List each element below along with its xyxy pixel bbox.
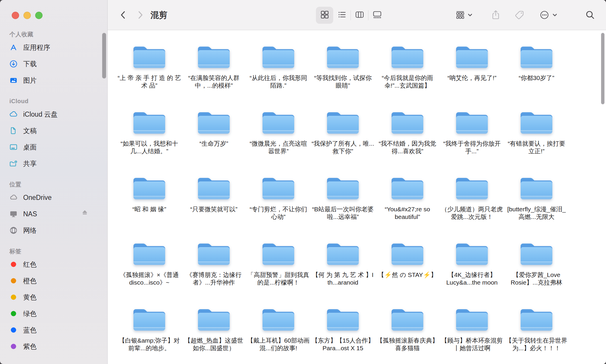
group-by-button[interactable] <box>455 10 473 21</box>
folder-icon <box>326 239 360 267</box>
folder-item[interactable]: 《孤独摇滚》×《普通disco...isco》~ <box>117 239 182 305</box>
folder-icon <box>197 174 231 201</box>
folder-icon <box>390 174 425 201</box>
folder-item[interactable]: “只要微笑就可以” <box>182 174 246 239</box>
folder-name: “你都30岁了” <box>519 74 554 82</box>
share-button[interactable] <box>490 9 501 21</box>
folder-item[interactable]: “上 帝 亲 手 打 造 的 艺 术 品” <box>117 42 182 108</box>
more-options-button[interactable] <box>538 10 559 21</box>
close-button[interactable] <box>12 12 19 19</box>
folder-name: “昭 和 姻 缘” <box>132 205 166 213</box>
folder-icon <box>519 174 554 201</box>
folder-item[interactable]: “我保护了所有人，唯...救下你” <box>311 108 375 174</box>
tag-button[interactable] <box>514 10 525 21</box>
folder-icon <box>455 108 489 136</box>
minimize-button[interactable] <box>23 12 31 19</box>
folder-item[interactable]: “今后我就是你的雨伞!”...玄武国篇】 <box>375 42 440 108</box>
folder-item[interactable]: “有错就要认，挨打要立正!” <box>504 108 569 174</box>
sidebar-item-documents[interactable]: 文稿 <box>0 123 107 139</box>
zoom-button[interactable] <box>35 12 43 19</box>
sidebar-item-downloads[interactable]: 下载 <box>0 56 107 72</box>
folder-item[interactable]: 【⚡然 の STAY⚡】 <box>375 239 440 305</box>
folder-item[interactable]: 【白银&amp;弥子】对前辈...的地步。 <box>117 305 182 364</box>
back-button[interactable] <box>118 9 129 21</box>
folder-item[interactable]: “我不结婚，因为我觉得...喜欢我” <box>375 108 440 174</box>
folder-icon <box>390 239 425 267</box>
sidebar-item-network[interactable]: 网络 <box>0 222 107 239</box>
folder-item[interactable]: “生命万岁” <box>182 108 246 174</box>
forward-button[interactable] <box>135 9 146 21</box>
icon-view-button[interactable] <box>316 7 333 24</box>
sidebar-item-pictures[interactable]: 图片 <box>0 72 107 89</box>
sidebar-item-tag-blue[interactable]: 蓝色 <box>0 322 107 338</box>
search-button[interactable] <box>585 10 596 21</box>
folder-item[interactable]: 【何 为 第 九 艺 术 】I th...aranoid <box>311 239 375 305</box>
folder-content: “上 帝 亲 手 打 造 的 艺 术 品” “在满脸笑容的人群中，...的模样”… <box>108 30 606 364</box>
sidebar-item-label: 桌面 <box>23 143 37 152</box>
sidebar-item-tag-purple[interactable]: 紫色 <box>0 338 107 355</box>
folder-item[interactable]: “专门剪烂，不让你们心动” <box>246 174 311 239</box>
gallery-view-icon <box>373 10 382 20</box>
sidebar-item-icloud-drive[interactable]: iCloud 云盘 <box>0 106 107 123</box>
folder-item[interactable]: “等我找到你，试探你眼睛” <box>311 42 375 108</box>
sidebar-item-tag-red[interactable]: 红色 <box>0 256 107 273</box>
sidebar-item-applications[interactable]: 应用程序 <box>0 39 107 56</box>
cloud-icon <box>8 193 19 203</box>
folder-name: “今后我就是你的雨伞!”...玄武国篇】 <box>376 74 439 89</box>
sidebar-item-desktop[interactable]: 桌面 <box>0 139 107 155</box>
sidebar-item-shared[interactable]: 共享 <box>0 155 107 172</box>
folder-name: 【4K_边缘行者】Lucy&a...the moon <box>440 271 504 286</box>
sidebar-item-nas[interactable]: NAS <box>0 206 107 222</box>
finder-window: 个人收藏 应用程序 下载 图片 <box>0 0 606 364</box>
folder-item[interactable]: “我终于舍得为你放开手...” <box>440 108 504 174</box>
list-view-button[interactable] <box>333 7 351 24</box>
folder-item[interactable]: 「高甜预警」甜到我真的是...柠檬啊！ <box>246 239 311 305</box>
folder-icon <box>132 239 167 267</box>
eject-icon[interactable] <box>80 209 89 219</box>
folder-item[interactable]: 【4K_边缘行者】Lucy&a...the moon <box>440 239 504 305</box>
folder-item[interactable]: 《赛博朋克：边缘行者》...升华神作 <box>182 239 246 305</box>
sidebar-item-onedrive[interactable]: OneDrive <box>0 189 107 206</box>
folder-item[interactable]: 【关于我转生在异世界为...】必火！！！ <box>504 305 569 364</box>
chevron-right-icon <box>135 9 145 22</box>
chevron-down-icon <box>552 13 557 18</box>
folder-name: 【超燃_热血】这盛世如你...国盛世） <box>182 337 246 352</box>
folder-name: 【东方】【15人合作】Para...ost X 15 <box>311 337 375 352</box>
folder-item[interactable]: （少儿频道）两只老虎爱跳...次元版！ <box>440 174 504 239</box>
folder-item[interactable]: [butterfly_综漫_催泪_高燃...无限大 <box>504 174 569 239</box>
folder-item[interactable]: 【爱你罗茜_Love Rosie】...克拉弗林 <box>504 239 569 305</box>
gallery-view-button[interactable] <box>368 7 386 24</box>
group-by-icon <box>456 10 465 21</box>
folder-item[interactable]: 【超燃_热血】这盛世如你...国盛世） <box>182 305 246 364</box>
folder-item[interactable]: 【孤独摇滚新春庆典】喜多猫猫 <box>375 305 440 364</box>
folder-item[interactable]: “昭 和 姻 缘” <box>117 174 182 239</box>
content-scrollbar[interactable] <box>601 33 605 104</box>
folder-item[interactable]: “在满脸笑容的人群中，...的模样” <box>182 42 246 108</box>
section-header: iCloud <box>0 96 107 106</box>
sidebar-item-label: OneDrive <box>23 194 52 202</box>
sidebar-item-tag-green[interactable]: 绿色 <box>0 305 107 322</box>
window-title: 混剪 <box>150 0 167 30</box>
folder-item[interactable]: “从此往后，你我形同陌路.” <box>246 42 311 108</box>
folder-item[interactable]: “微微晨光，点亮这喧嚣世界” <box>246 108 311 174</box>
appstore-icon <box>8 42 19 52</box>
folder-name: “专门剪烂，不让你们心动” <box>247 205 310 221</box>
folder-item[interactable]: 【东方】【15人合作】Para...ost X 15 <box>311 305 375 364</box>
sidebar-scrollbar[interactable] <box>102 33 106 79</box>
column-view-button[interactable] <box>351 7 368 24</box>
folder-item[interactable]: “你都30岁了” <box>504 42 569 108</box>
folder-item[interactable]: “You&#x27;re so beautiful” <box>375 174 440 239</box>
sidebar-item-tag-yellow[interactable]: 黄色 <box>0 289 107 305</box>
folder-icon <box>326 42 360 70</box>
folder-item[interactable]: “如果可以，我想和十几...人结婚。” <box>117 108 182 174</box>
folder-item[interactable]: 【顾与】桥本环奈混剪丨她曾活过啊 <box>440 305 504 364</box>
folder-item[interactable]: “B站最后一次叫你老婆啦...远幸福” <box>311 174 375 239</box>
folder-item[interactable]: 【戴上耳机】60部动画混...们的故事! <box>246 305 311 364</box>
folder-name: “如果可以，我想和十几...人结婚。” <box>118 140 181 155</box>
sidebar-item-label: 网络 <box>23 226 37 235</box>
folder-name: 【戴上耳机】60部动画混...们的故事! <box>247 337 310 352</box>
folder-name: 「高甜预警」甜到我真的是...柠檬啊！ <box>247 271 310 286</box>
folder-item[interactable]: “呐艾伦，再见了!” <box>440 42 504 108</box>
sidebar-item-tag-orange[interactable]: 橙色 <box>0 273 107 289</box>
sidebar-item-label: 蓝色 <box>23 326 37 335</box>
